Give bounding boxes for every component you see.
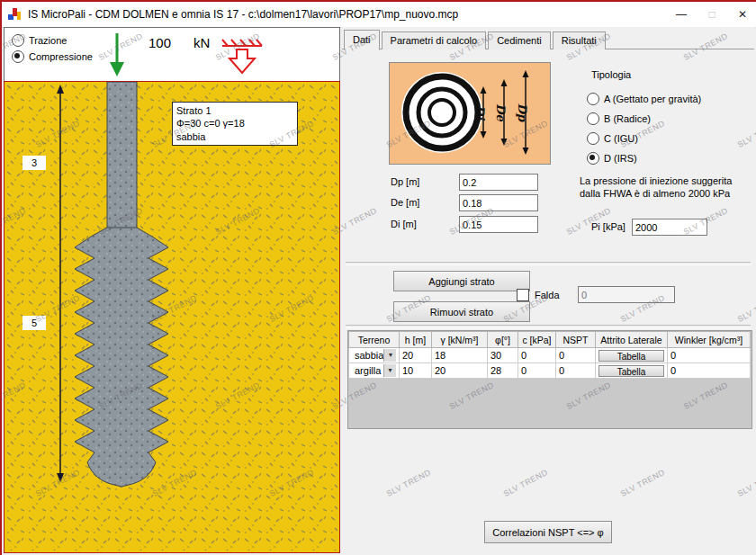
micropile-drawing-area: Strato 1 Φ=30 c=0 γ=18 sabbia 3 5: [4, 81, 340, 553]
rimuovi-strato-button[interactable]: Rimuovi strato: [393, 301, 530, 322]
dp-label: Dp [m]: [391, 176, 419, 187]
col-attrito: Attrito Laterale: [596, 332, 668, 348]
correlazioni-nspt-button[interactable]: Correlazioni NSPT <=> φ: [484, 521, 612, 543]
dp-input[interactable]: [459, 174, 538, 191]
strata-table: Terreno h [m] γ [kN/m³] φ[°] c [kPa] NSP…: [348, 331, 751, 379]
load-options-box: Trazione Compressione 100 kN: [4, 27, 340, 83]
phi-cell[interactable]: 30: [488, 348, 518, 363]
tipologia-d-label: D (IRS): [604, 153, 637, 164]
nspt-cell[interactable]: 0: [556, 363, 596, 379]
radio-circle: [587, 112, 599, 125]
diagram-label-di: Di: [473, 105, 487, 121]
chevron-down-icon[interactable]: ▼: [383, 364, 396, 377]
terreno-cell[interactable]: sabbia ▼: [349, 348, 400, 363]
minimize-button[interactable]: —: [666, 2, 697, 27]
window-controls: — □ ✕: [666, 2, 756, 27]
de-label: De [m]: [391, 197, 419, 208]
radio-compressione-label: Compressione: [29, 51, 93, 62]
radio-tipologia-a[interactable]: A (Gettato per gravità): [587, 93, 701, 105]
strata-table-wrap: Terreno h [m] γ [kN/m³] φ[°] c [kPa] NSP…: [347, 330, 752, 429]
separator: [346, 262, 751, 265]
title-bar: IS MicroPali - CDM DOLMEN e omnia IS 17 …: [2, 2, 756, 28]
radio-compressione[interactable]: Compressione: [12, 50, 93, 63]
chevron-down-icon[interactable]: ▼: [383, 349, 396, 362]
tipologia-title: Tipologia: [591, 69, 631, 80]
tipologia-a-label: A (Gettato per gravità): [604, 94, 701, 104]
attrito-cell: Tabella: [596, 363, 668, 379]
left-panel: Trazione Compressione 100 kN: [2, 27, 340, 553]
tabella-button[interactable]: Tabella: [598, 350, 664, 362]
di-input[interactable]: [459, 216, 538, 233]
terreno-value: sabbia: [352, 350, 383, 361]
falda-input: [578, 286, 675, 303]
load-value: 100: [148, 35, 171, 50]
depth-label-lower: 5: [22, 316, 46, 330]
diagram-label-dp: Dp: [516, 103, 529, 122]
micropile-drawing: [4, 82, 338, 551]
tipologia-c-label: C (IGU): [604, 133, 638, 144]
tab-risultati[interactable]: Risultati: [553, 31, 606, 49]
nspt-cell[interactable]: 0: [556, 348, 596, 363]
window-title: IS MicroPali - CDM DOLMEN e omnia IS 17 …: [28, 8, 458, 21]
tab-cedimenti[interactable]: Cedimenti: [488, 31, 551, 49]
tab-dati[interactable]: Dati: [344, 30, 380, 50]
table-header-row: Terreno h [m] γ [kN/m³] φ[°] c [kPa] NSP…: [349, 332, 751, 348]
separator: [346, 325, 751, 328]
applied-load-icon: [219, 35, 266, 80]
radio-circle: [12, 34, 24, 47]
tabella-button[interactable]: Tabella: [598, 365, 664, 377]
app-window: IS MicroPali - CDM DOLMEN e omnia IS 17 …: [0, 0, 756, 555]
falda-checkbox[interactable]: Falda: [517, 289, 560, 301]
gamma-cell[interactable]: 18: [432, 348, 488, 363]
winkler-cell-selected[interactable]: 0: [668, 363, 751, 379]
col-nspt: NSPT: [556, 332, 596, 348]
radio-trazione[interactable]: Trazione: [12, 34, 67, 47]
diagram-label-de: De: [494, 103, 508, 121]
terreno-cell[interactable]: argilla ▼: [349, 363, 400, 379]
radio-circle: [587, 152, 599, 165]
de-input[interactable]: [459, 194, 538, 211]
strato-params: Φ=30 c=0 γ=18: [176, 117, 293, 130]
pressure-note: La pressione di iniezione suggerita dall…: [580, 175, 751, 201]
di-label: Di [m]: [391, 219, 417, 229]
strato-soil: sabbia: [176, 130, 293, 143]
checkbox-icon: [517, 289, 529, 301]
attrito-cell: Tabella: [596, 348, 668, 363]
radio-tipologia-c[interactable]: C (IGU): [587, 132, 638, 145]
tipologia-b-label: B (Radice): [604, 113, 651, 124]
pi-label: Pi [kPa]: [591, 221, 626, 232]
pi-input[interactable]: [632, 219, 707, 236]
close-button[interactable]: ✕: [727, 2, 756, 27]
pressure-note-line1: La pressione di iniezione suggerita: [580, 175, 751, 188]
maximize-button[interactable]: □: [697, 2, 727, 27]
load-direction-arrow-icon: [102, 31, 132, 82]
c-cell[interactable]: 0: [518, 348, 556, 363]
h-cell[interactable]: 10: [400, 363, 432, 379]
radio-tipologia-b[interactable]: B (Radice): [587, 112, 651, 125]
radio-tipologia-d[interactable]: D (IRS): [587, 152, 637, 165]
table-row: argilla ▼ 10 20 28 0 0 Tabella: [349, 363, 751, 379]
c-cell[interactable]: 0: [518, 363, 556, 379]
col-h: h [m]: [400, 332, 432, 348]
aggiungi-strato-button[interactable]: Aggiungi strato: [393, 271, 530, 291]
gamma-cell[interactable]: 20: [432, 363, 488, 379]
col-terreno: Terreno: [349, 332, 400, 348]
winkler-cell[interactable]: 0: [668, 348, 751, 363]
right-panel: Dati Parametri di calcolo Cedimenti Risu…: [342, 27, 754, 553]
strato-name: Strato 1: [176, 104, 293, 117]
strato-label-box: Strato 1 Φ=30 c=0 γ=18 sabbia: [172, 102, 298, 146]
pile-section-diagram: Di De Dp: [389, 62, 551, 165]
depth-label-upper: 3: [22, 156, 46, 170]
col-winkler: Winkler [kg/cm³]: [668, 332, 751, 348]
tab-parametri-di-calcolo[interactable]: Parametri di calcolo: [382, 31, 487, 49]
falda-label: Falda: [535, 290, 560, 300]
col-gamma: γ [kN/m³]: [432, 332, 488, 348]
table-row: sabbia ▼ 20 18 30 0 0 Tabella: [349, 348, 751, 363]
h-cell[interactable]: 20: [400, 348, 432, 363]
load-unit: kN: [194, 35, 210, 50]
phi-cell[interactable]: 28: [488, 363, 518, 379]
tab-bar: Dati Parametri di calcolo Cedimenti Risu…: [344, 31, 608, 50]
terreno-value: argilla: [352, 365, 383, 376]
radio-trazione-label: Trazione: [29, 35, 67, 46]
tab-page-dati: Di De Dp Tipologia A (Gettato per gravit…: [342, 49, 754, 554]
